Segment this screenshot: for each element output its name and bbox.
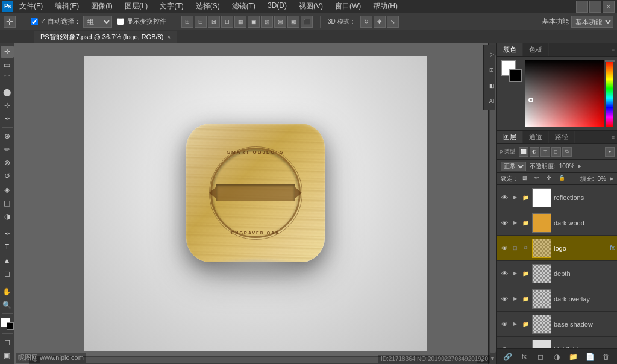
align-bottom-button[interactable]: ▣: [248, 16, 260, 28]
menu-file[interactable]: 文件(F): [17, 0, 45, 13]
menu-text[interactable]: 文字(T): [157, 0, 186, 13]
layer-visibility-logo[interactable]: 👁: [500, 243, 509, 253]
panel-icon-4[interactable]: AI: [496, 95, 498, 108]
layer-expand-dark-overlay[interactable]: ▶: [512, 296, 519, 301]
add-style-button[interactable]: fx: [519, 351, 530, 362]
layers-panel-menu[interactable]: ≡: [612, 134, 615, 140]
spot-heal-tool[interactable]: ⊕: [1, 130, 14, 142]
lasso-tool[interactable]: ⌒: [1, 72, 14, 84]
screen-mode-button[interactable]: ▣: [1, 350, 14, 362]
align-center-button[interactable]: ⊟: [195, 16, 207, 28]
eraser-tool[interactable]: ◈: [1, 183, 14, 195]
layer-item-dark-wood[interactable]: 👁 ▶ 📁 dark wood: [497, 210, 617, 236]
layer-item-reflections[interactable]: 👁 ▶ 📁 reflections: [497, 185, 617, 210]
fill-arrow[interactable]: ▶: [610, 176, 613, 181]
move-tool-icon[interactable]: ✛: [4, 16, 16, 28]
layer-expand-reflections[interactable]: ▶: [512, 195, 519, 200]
blend-mode-select[interactable]: 正常: [501, 162, 526, 171]
layer-expand-depth[interactable]: ▶: [512, 271, 519, 276]
layer-item-logo[interactable]: 👁 ⊡ ⧉ logo fx: [497, 236, 617, 261]
marquee-tool[interactable]: ▭: [1, 59, 14, 71]
document-tab[interactable]: PS智能对象7.psd @ 36.7% (logo, RGB/8) ×: [34, 31, 177, 43]
toggle-filter-btn[interactable]: ●: [605, 147, 615, 157]
filter-adjust-btn[interactable]: ◐: [530, 147, 539, 157]
new-adjustment-button[interactable]: ◑: [551, 351, 562, 362]
link-layers-button[interactable]: 🔗: [503, 351, 513, 362]
3d-pan-button[interactable]: ✥: [374, 16, 386, 28]
layer-visibility-reflections[interactable]: 👁: [500, 193, 509, 202]
color-hue-bar[interactable]: [606, 60, 613, 127]
color-panel-menu[interactable]: ≡: [612, 47, 615, 53]
workspace-select[interactable]: 基本功能: [571, 16, 613, 28]
align-top-button[interactable]: ⊡: [221, 16, 233, 28]
channels-tab[interactable]: 通道: [523, 131, 549, 143]
3d-zoom-button[interactable]: ⤡: [387, 16, 399, 28]
layer-item-dark-overlay[interactable]: 👁 ▶ 📁 dark overlay: [497, 286, 617, 312]
distribute-right-button[interactable]: ▩: [287, 16, 299, 28]
menu-help[interactable]: 帮助(H): [371, 0, 400, 13]
close-button[interactable]: ×: [603, 1, 615, 13]
menu-window[interactable]: 窗口(W): [333, 0, 363, 13]
align-middle-button[interactable]: ▦: [234, 16, 246, 28]
filter-shape-btn[interactable]: ◻: [551, 147, 561, 157]
foreground-color-swatch[interactable]: [1, 318, 14, 330]
menu-image[interactable]: 图像(I): [89, 0, 114, 13]
layer-expand-base-shadow[interactable]: ▶: [512, 321, 519, 327]
gradient-tool[interactable]: ◫: [1, 197, 14, 209]
auto-select-checkbox[interactable]: [31, 18, 38, 25]
menu-layer[interactable]: 图层(L): [122, 0, 151, 13]
layer-expand-logo[interactable]: ⊡: [512, 245, 519, 251]
panel-icon-1[interactable]: ▷: [496, 48, 498, 61]
opacity-arrow[interactable]: ▶: [578, 163, 581, 169]
distribute-center-button[interactable]: ▨: [274, 16, 286, 28]
menu-filter[interactable]: 滤镜(T): [230, 0, 258, 13]
layers-tab[interactable]: 图层: [497, 131, 523, 143]
text-tool[interactable]: T: [1, 241, 14, 253]
lock-pixels-btn[interactable]: ✏: [534, 175, 543, 183]
lock-all-btn[interactable]: 🔒: [559, 175, 567, 183]
filter-type-btn[interactable]: T: [540, 147, 550, 157]
transform-controls-checkbox[interactable]: [117, 18, 124, 25]
distribute-top-button[interactable]: ⬛: [301, 16, 313, 28]
move-tool[interactable]: ✛: [1, 46, 14, 58]
history-brush-tool[interactable]: ↺: [1, 170, 14, 182]
zoom-tool[interactable]: 🔍: [1, 299, 14, 311]
swatches-tab[interactable]: 色板: [523, 43, 549, 56]
filter-pixel-btn[interactable]: ⬜: [519, 147, 528, 157]
quick-select-tool[interactable]: ⬤: [1, 86, 14, 98]
menu-edit[interactable]: 编辑(E): [52, 0, 81, 13]
lock-position-btn[interactable]: ✛: [547, 175, 555, 183]
pen-tool[interactable]: ✒: [1, 228, 14, 240]
menu-select[interactable]: 选择(S): [193, 0, 222, 13]
filter-smart-btn[interactable]: ⧉: [562, 147, 572, 157]
layer-visibility-dark-overlay[interactable]: 👁: [500, 294, 509, 304]
add-mask-button[interactable]: ◻: [535, 351, 546, 362]
path-selection-tool[interactable]: ▲: [1, 254, 14, 266]
3d-rotate-button[interactable]: ↻: [360, 16, 372, 28]
background-color-box[interactable]: [509, 69, 522, 82]
lock-transparent-btn[interactable]: ▩: [522, 175, 531, 183]
color-gradient-box[interactable]: [525, 60, 604, 127]
quick-mask-button[interactable]: ◻: [1, 336, 14, 348]
layer-item-depth[interactable]: 👁 ▶ 📁 depth: [497, 261, 617, 286]
minimize-button[interactable]: ─: [576, 1, 588, 13]
auto-select-type[interactable]: 组 图层: [83, 16, 112, 28]
shape-tool[interactable]: ◻: [1, 268, 14, 280]
align-right-button[interactable]: ⊠: [208, 16, 220, 28]
layer-item-base-shadow[interactable]: 👁 ▶ 📁 base shadow: [497, 312, 617, 337]
maximize-button[interactable]: □: [589, 1, 601, 13]
new-layer-button[interactable]: 📄: [584, 351, 595, 362]
clone-tool[interactable]: ⊗: [1, 157, 14, 169]
eyedropper-tool[interactable]: ✒: [1, 113, 14, 125]
new-group-button[interactable]: 📁: [568, 351, 579, 362]
layer-visibility-dark-wood[interactable]: 👁: [500, 218, 509, 228]
hand-tool[interactable]: ✋: [1, 285, 14, 297]
paths-tab[interactable]: 路径: [549, 131, 575, 143]
delete-layer-button[interactable]: 🗑: [601, 351, 612, 362]
layer-visibility-highlight[interactable]: 👁: [500, 345, 509, 349]
layer-item-highlight[interactable]: 👁 ▶ highlight: [497, 337, 617, 348]
panel-icon-2[interactable]: ⊡: [496, 63, 498, 77]
menu-3d[interactable]: 3D(D): [265, 0, 289, 13]
brush-tool[interactable]: ✏: [1, 143, 14, 155]
menu-view[interactable]: 视图(V): [296, 0, 325, 13]
